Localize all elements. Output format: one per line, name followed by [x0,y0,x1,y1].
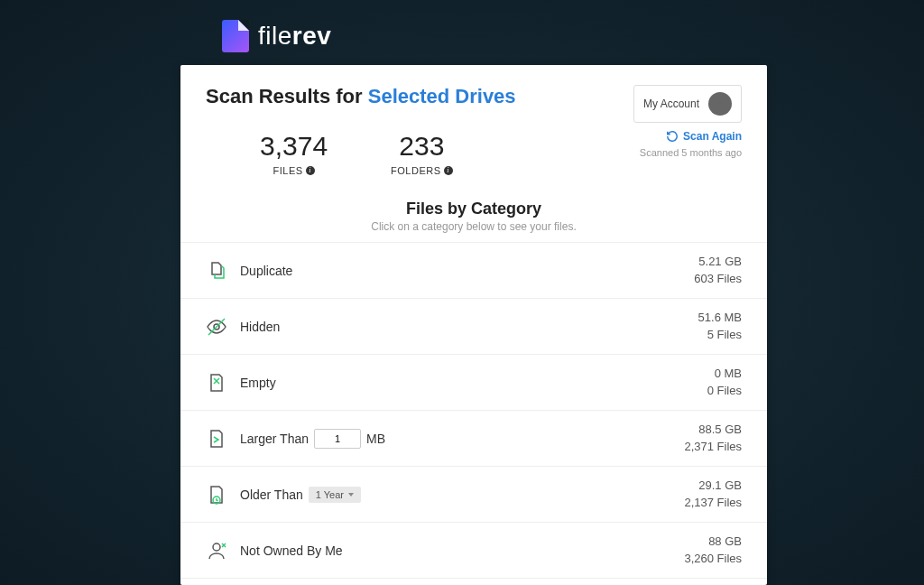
stat-files[interactable]: 3,374 FILES i [260,131,328,178]
section-title: Files by Category [206,200,742,218]
section-subtitle: Click on a category below to see your fi… [206,220,742,233]
category-label: Not Owned By Me [240,543,684,558]
results-panel: Scan Results for Selected Drives My Acco… [180,65,767,585]
category-empty[interactable]: Empty 0 MB0 Files [180,355,767,411]
info-icon[interactable]: i [444,166,453,175]
category-larger-than[interactable]: Larger Than MB 88.5 GB2,371 Files [180,411,767,467]
category-meta: 88 GB3,260 Files [684,534,742,566]
logo-text: filerev [258,22,331,51]
category-meta: 88.5 GB2,371 Files [684,422,742,454]
category-label: Hidden [240,320,698,334]
brand-logo: filerev [222,20,331,52]
account-label: My Account [643,98,699,110]
older-than-dropdown[interactable]: 1 Year [309,487,361,503]
category-meta: 51.6 MB5 Files [698,310,742,342]
larger-icon [206,428,227,450]
refresh-icon [666,130,679,143]
category-list: Duplicate 5.21 GB603 Files Hidden 51.6 M… [180,242,767,579]
larger-than-input[interactable] [314,429,361,449]
category-label: Empty [240,376,707,390]
section-header: Files by Category Click on a category be… [206,200,742,233]
category-meta: 0 MB0 Files [707,366,742,398]
page-title: Scan Results for Selected Drives [206,85,516,108]
category-duplicate[interactable]: Duplicate 5.21 GB603 Files [180,243,767,299]
avatar [708,92,732,116]
size-unit: MB [366,432,385,446]
category-label: Larger Than MB [240,429,684,449]
empty-icon [206,372,227,394]
duplicate-icon [206,260,227,282]
older-icon [206,484,227,506]
hidden-icon [206,316,227,338]
svg-point-5 [213,543,220,551]
my-account-button[interactable]: My Account [633,85,742,123]
category-older-than[interactable]: Older Than 1 Year 29.1 GB2,137 Files [180,467,767,523]
scan-again-button[interactable]: Scan Again [666,130,742,143]
category-label: Older Than 1 Year [240,487,684,503]
panel-header: Scan Results for Selected Drives My Acco… [206,85,742,123]
category-label: Duplicate [240,264,694,278]
category-meta: 29.1 GB2,137 Files [684,478,742,510]
category-meta: 5.21 GB603 Files [694,254,742,286]
user-icon [206,540,227,562]
category-hidden[interactable]: Hidden 51.6 MB5 Files [180,299,767,355]
stat-folders[interactable]: 233 FOLDERS i [391,131,452,178]
logo-icon [222,20,249,52]
category-not-owned[interactable]: Not Owned By Me 88 GB3,260 Files [180,523,767,579]
info-icon[interactable]: i [306,166,315,175]
selected-drives-link[interactable]: Selected Drives [368,85,516,107]
